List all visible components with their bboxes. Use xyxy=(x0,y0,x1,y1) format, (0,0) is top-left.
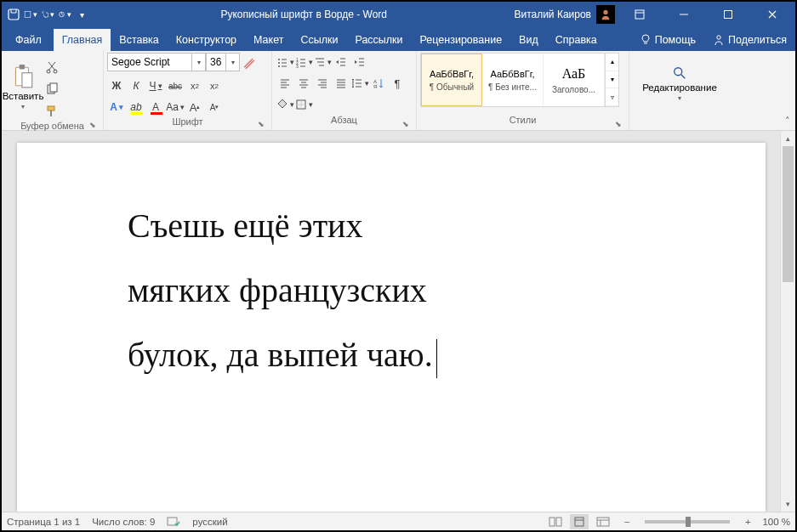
close-button[interactable] xyxy=(753,2,792,27)
align-right-button[interactable] xyxy=(313,74,332,93)
web-layout-icon[interactable] xyxy=(594,514,612,529)
italic-button[interactable]: К xyxy=(127,76,145,95)
font-dialog-launcher[interactable]: ⬊ xyxy=(256,119,266,129)
zoom-level[interactable]: 100 % xyxy=(762,517,790,527)
increase-indent-button[interactable] xyxy=(350,53,369,71)
zoom-slider[interactable] xyxy=(645,520,730,524)
share-button[interactable]: Поделиться xyxy=(704,29,795,51)
svg-rect-28 xyxy=(556,518,561,526)
decrease-indent-button[interactable] xyxy=(332,53,350,71)
vertical-scrollbar[interactable]: ▴ ▾ xyxy=(780,131,795,512)
bullets-button[interactable] xyxy=(276,53,294,71)
shrink-font-button[interactable]: A▾ xyxy=(205,98,224,116)
paragraph-dialog-launcher[interactable]: ⬊ xyxy=(401,119,411,129)
clear-formatting-icon[interactable] xyxy=(240,54,259,73)
style-normal[interactable]: АаБбВвГг, ¶ Обычный xyxy=(421,54,482,106)
align-center-button[interactable] xyxy=(294,74,313,93)
svg-rect-15 xyxy=(50,110,52,116)
zoom-slider-handle[interactable] xyxy=(686,517,691,527)
tab-file[interactable]: Файл xyxy=(3,29,54,51)
style-heading1-sample: АаБ xyxy=(562,66,586,82)
strikethrough-button[interactable]: abc xyxy=(166,76,185,95)
clipboard-dialog-launcher[interactable]: ⬊ xyxy=(88,120,98,130)
font-size-dropdown-icon[interactable]: ▾ xyxy=(226,53,240,71)
minimize-button[interactable] xyxy=(664,2,703,27)
save-icon[interactable] xyxy=(24,8,37,21)
ribbon: Вставить ▾ Буфер обмена⬊ xyxy=(2,51,795,131)
language-indicator[interactable]: русский xyxy=(192,517,227,527)
font-color-button[interactable]: A xyxy=(146,98,165,116)
ribbon-tabs: Файл Главная Вставка Конструктор Макет С… xyxy=(2,27,795,51)
gallery-up-icon[interactable]: ▴ xyxy=(606,54,618,71)
scroll-thumb[interactable] xyxy=(783,146,794,282)
tab-help[interactable]: Справка xyxy=(547,29,606,51)
spellcheck-icon[interactable] xyxy=(167,516,180,528)
font-size-value[interactable]: 36 xyxy=(206,53,226,71)
scroll-down-icon[interactable]: ▾ xyxy=(781,496,795,512)
read-mode-icon[interactable] xyxy=(546,514,565,529)
autosave-icon[interactable] xyxy=(7,8,20,21)
shading-button[interactable] xyxy=(276,95,294,114)
superscript-button[interactable]: x2 xyxy=(205,76,224,95)
style-no-spacing[interactable]: АаБбВвГг, ¶ Без инте... xyxy=(482,54,544,106)
title-bar: ▾ Рукописный шрифт в Ворде - Word Витали… xyxy=(2,2,795,27)
show-marks-button[interactable]: ¶ xyxy=(388,74,407,93)
justify-button[interactable] xyxy=(332,74,350,93)
tab-insert[interactable]: Вставка xyxy=(111,29,167,51)
style-heading1[interactable]: АаБ Заголово... xyxy=(544,54,605,106)
multilevel-list-button[interactable] xyxy=(313,53,332,71)
editing-button[interactable]: Редактирование ▾ xyxy=(633,53,726,115)
print-layout-icon[interactable] xyxy=(570,514,589,529)
collapse-ribbon-icon[interactable]: ˄ xyxy=(785,116,790,127)
styles-dialog-launcher[interactable]: ⬊ xyxy=(613,119,623,129)
align-left-button[interactable] xyxy=(276,74,294,93)
zoom-out-button[interactable]: − xyxy=(618,514,636,529)
highlight-button[interactable]: ab xyxy=(127,98,145,116)
user-name[interactable]: Виталий Каиров xyxy=(514,8,591,20)
tab-home[interactable]: Главная xyxy=(54,29,111,51)
user-avatar[interactable] xyxy=(596,5,615,24)
tab-review[interactable]: Рецензирование xyxy=(412,29,511,51)
word-count[interactable]: Число слов: 9 xyxy=(92,517,155,527)
svg-point-25 xyxy=(675,68,682,76)
page[interactable]: Съешь ещё этих мягких французских булок,… xyxy=(17,143,766,512)
editing-label: Редактирование xyxy=(642,82,717,93)
underline-button[interactable]: Ч xyxy=(146,76,165,95)
sort-button[interactable]: AЯ xyxy=(369,74,388,93)
undo-icon[interactable] xyxy=(41,8,54,21)
text-effects-button[interactable]: A xyxy=(107,98,126,116)
font-name-value[interactable]: Segoe Script xyxy=(107,53,192,71)
ribbon-display-options-icon[interactable] xyxy=(620,2,659,27)
gallery-down-icon[interactable]: ▾ xyxy=(606,71,618,89)
paste-button[interactable]: Вставить ▾ xyxy=(5,53,41,121)
qat-overflow-icon[interactable]: ▾ xyxy=(75,8,88,21)
gallery-more-icon[interactable]: ▿ xyxy=(606,88,618,106)
cut-icon[interactable] xyxy=(43,58,61,76)
svg-point-18 xyxy=(278,65,280,67)
font-size-combo[interactable]: 36 ▾ xyxy=(206,53,240,71)
bold-button[interactable]: Ж xyxy=(107,76,126,95)
zoom-in-button[interactable]: + xyxy=(738,514,757,529)
tab-layout[interactable]: Макет xyxy=(245,29,292,51)
tab-references[interactable]: Ссылки xyxy=(292,29,346,51)
document-text[interactable]: Съешь ещё этих мягких французских булок,… xyxy=(128,194,672,388)
tab-view[interactable]: Вид xyxy=(510,29,547,51)
numbering-button[interactable]: 123 xyxy=(294,53,313,71)
copy-icon[interactable] xyxy=(43,80,61,99)
font-name-dropdown-icon[interactable]: ▾ xyxy=(192,53,206,71)
grow-font-button[interactable]: A▴ xyxy=(185,98,204,116)
font-name-combo[interactable]: Segoe Script ▾ xyxy=(107,53,206,71)
page-indicator[interactable]: Страница 1 из 1 xyxy=(7,517,80,527)
scroll-up-icon[interactable]: ▴ xyxy=(781,131,795,146)
format-painter-icon[interactable] xyxy=(43,102,61,121)
tab-design[interactable]: Конструктор xyxy=(168,29,245,51)
scroll-track[interactable] xyxy=(781,146,795,496)
borders-button[interactable] xyxy=(294,95,313,114)
maximize-button[interactable] xyxy=(709,2,748,27)
redo-icon[interactable] xyxy=(58,8,71,21)
tell-me[interactable]: Помощь xyxy=(631,29,704,51)
change-case-button[interactable]: Aa xyxy=(166,98,185,116)
subscript-button[interactable]: x2 xyxy=(185,76,204,95)
line-spacing-button[interactable] xyxy=(350,74,369,93)
tab-mailings[interactable]: Рассылки xyxy=(346,29,411,51)
